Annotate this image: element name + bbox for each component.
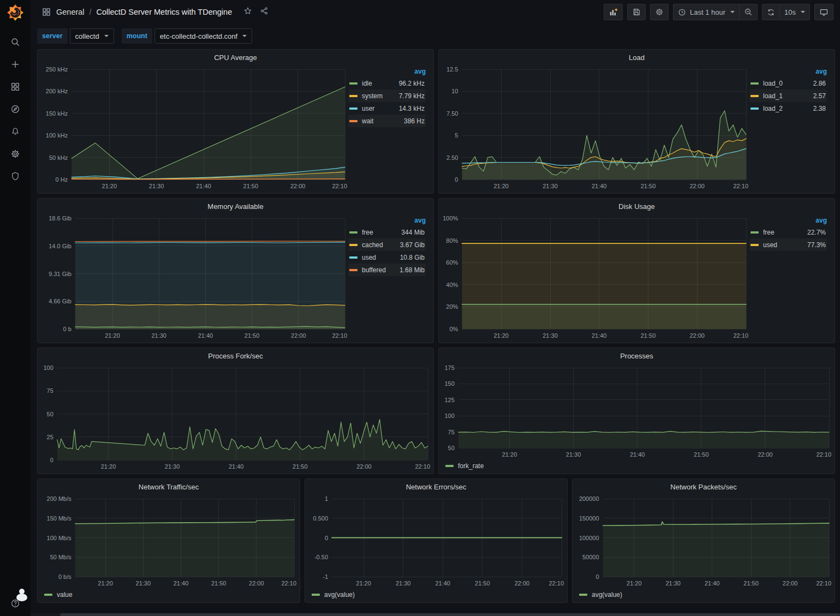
svg-text:21:50: 21:50 xyxy=(211,580,227,587)
grafana-logo[interactable] xyxy=(7,4,23,21)
panel-header[interactable]: Processes xyxy=(439,348,835,363)
svg-text:0 b/s: 0 b/s xyxy=(58,573,72,580)
cpu-average-chart[interactable]: 0 Hz50 kHz100 kHz150 kHz200 kHz250 kHz21… xyxy=(40,65,348,192)
legend-item-load_1[interactable]: load_1 2.57 xyxy=(749,89,827,102)
legend-item-load_0[interactable]: load_0 2.86 xyxy=(749,77,827,89)
processes-chart[interactable]: 507510012515017521:2021:3021:4021:5022:0… xyxy=(441,363,832,460)
refresh-interval-picker[interactable]: 10s xyxy=(780,4,810,20)
legend-series-name: free xyxy=(362,229,401,236)
network-traffic-sec-svg: 0 b/s50 Mb/s100 Mb/s150 Mb/s200 Mb/s21:2… xyxy=(40,494,297,589)
panel-header[interactable]: Network Traffic/sec xyxy=(38,479,300,494)
svg-text:50: 50 xyxy=(47,411,53,417)
explore-compass-icon[interactable] xyxy=(10,104,20,114)
panel-header[interactable]: Process Fork/sec xyxy=(38,348,433,363)
svg-text:21:20: 21:20 xyxy=(105,332,120,339)
svg-text:60%: 60% xyxy=(446,259,458,266)
disk-usage-svg: 0%20%40%60%80%100%21:2021:3021:4021:5022… xyxy=(441,214,749,342)
panel-title-text: Disk Usage xyxy=(618,202,654,211)
svg-text:20%: 20% xyxy=(446,303,458,310)
variable-server-value[interactable]: collectd xyxy=(70,28,114,44)
load-legend: avg load_0 2.86 load_1 2.57 load_2 2.38 xyxy=(749,65,832,192)
svg-text:21:50: 21:50 xyxy=(641,183,656,189)
variable-server-label: server xyxy=(37,28,68,44)
memory-available-chart[interactable]: 0 b4.66 Gib9.31 Gib14.0 Gib18.6 Gib21:20… xyxy=(40,214,348,342)
panel-title-text: Load xyxy=(629,53,645,62)
svg-text:100: 100 xyxy=(43,364,53,371)
legend-item-wait[interactable]: wait 386 Hz xyxy=(348,115,426,127)
svg-text:0: 0 xyxy=(325,535,328,541)
svg-text:22:10: 22:10 xyxy=(281,580,296,587)
add-panel-button[interactable] xyxy=(604,4,623,20)
load-chart[interactable]: 02.5057.501012.521:2021:3021:4021:5022:0… xyxy=(441,65,749,192)
svg-text:5: 5 xyxy=(455,132,458,139)
network-packets-legend: avg(value) xyxy=(575,589,832,601)
alerting-bell-icon[interactable] xyxy=(10,127,20,136)
memory-available-svg: 0 b4.66 Gib9.31 Gib14.0 Gib18.6 Gib21:20… xyxy=(40,214,348,342)
legend-series-name: idle xyxy=(362,80,399,87)
network-packets-chart[interactable]: 05000010000015000020000021:2021:3021:402… xyxy=(575,494,832,589)
legend-item-used[interactable]: used 10.8 Gib xyxy=(348,251,426,264)
network-traffic-legend: value xyxy=(40,589,297,601)
panel-header[interactable]: Network Errors/sec xyxy=(305,479,567,494)
scrollbar-thumb[interactable] xyxy=(60,613,840,616)
legend-series-name: buffered xyxy=(362,266,400,274)
variable-mount-value[interactable]: etc-collectd-collectd.conf xyxy=(154,28,252,44)
panel-title-text: Network Packets/sec xyxy=(670,483,736,491)
legend-stat-header[interactable]: avg xyxy=(348,66,426,77)
network-errors-legend: avg(value) xyxy=(307,589,565,601)
network-traffic-chart[interactable]: 0 b/s50 Mb/s100 Mb/s150 Mb/s200 Mb/s21:2… xyxy=(40,494,297,589)
share-icon[interactable] xyxy=(260,7,269,17)
dashboard-title[interactable]: CollectD Server Metrics with TDengine xyxy=(96,8,232,16)
network-errors-chart[interactable]: -1-0.5000.500121:2021:3021:4021:5022:002… xyxy=(307,494,565,589)
legend-series-name: load_0 xyxy=(763,80,813,87)
refresh-button[interactable] xyxy=(762,4,780,20)
legend-swatch xyxy=(312,594,320,596)
svg-text:50 kHz: 50 kHz xyxy=(49,154,68,161)
svg-text:21:50: 21:50 xyxy=(694,451,709,458)
star-icon[interactable] xyxy=(243,7,252,17)
search-icon[interactable] xyxy=(10,37,20,47)
svg-text:21:40: 21:40 xyxy=(435,580,450,587)
breadcrumb-folder[interactable]: General xyxy=(56,8,85,16)
svg-text:21:20: 21:20 xyxy=(98,580,113,587)
shield-icon[interactable] xyxy=(10,171,20,181)
panel-header[interactable]: Memory Available xyxy=(38,199,433,214)
svg-text:21:30: 21:30 xyxy=(136,580,151,587)
settings-gear-icon[interactable] xyxy=(10,149,20,159)
grafana-app: General / CollectD Server Metrics with T… xyxy=(0,0,840,616)
legend-item-avg(value)[interactable]: avg(value) xyxy=(579,591,622,599)
legend-stat-header[interactable]: avg xyxy=(348,215,426,226)
legend-item-system[interactable]: system 7.79 kHz xyxy=(348,89,426,102)
legend-item-free[interactable]: free 22.7% xyxy=(749,226,827,238)
horizontal-scrollbar[interactable] xyxy=(31,613,840,616)
panel-header[interactable]: CPU Average xyxy=(38,50,433,65)
legend-stat-header[interactable]: avg xyxy=(749,215,827,226)
legend-series-name: fork_rate xyxy=(458,462,484,470)
svg-text:21:50: 21:50 xyxy=(245,332,260,339)
legend-item-load_2[interactable]: load_2 2.38 xyxy=(749,102,827,115)
save-dashboard-button[interactable] xyxy=(627,4,646,20)
legend-item-user[interactable]: user 14.3 kHz xyxy=(348,102,426,115)
svg-text:21:40: 21:40 xyxy=(630,451,645,458)
legend-stat-header[interactable]: avg xyxy=(749,66,827,77)
memory-available-legend: avg free 344 Mib cached 3.67 Gib used 10… xyxy=(348,214,431,342)
panel-header[interactable]: Load xyxy=(439,50,835,65)
legend-item-value[interactable]: value xyxy=(44,591,73,599)
process-fork-chart[interactable]: 025507510021:2021:3021:4021:5022:0022:10 xyxy=(40,363,431,473)
legend-item-free[interactable]: free 344 Mib xyxy=(348,226,426,238)
plus-icon[interactable] xyxy=(10,59,20,69)
dashboard-settings-button[interactable] xyxy=(650,4,669,20)
legend-item-idle[interactable]: idle 96.2 kHz xyxy=(348,77,426,89)
panel-header[interactable]: Network Packets/sec xyxy=(573,479,835,494)
legend-item-cached[interactable]: cached 3.67 Gib xyxy=(348,238,426,251)
panel-header[interactable]: Disk Usage xyxy=(439,199,835,214)
dashboards-icon[interactable] xyxy=(10,82,20,92)
disk-usage-chart[interactable]: 0%20%40%60%80%100%21:2021:3021:4021:5022… xyxy=(441,214,749,342)
legend-item-avg(value)[interactable]: avg(value) xyxy=(312,591,355,599)
legend-item-fork_rate[interactable]: fork_rate xyxy=(445,462,484,470)
zoom-out-button[interactable] xyxy=(740,4,758,20)
cycle-view-monitor-button[interactable] xyxy=(814,4,833,20)
legend-item-buffered[interactable]: buffered 1.68 Mib xyxy=(348,264,426,276)
time-range-picker[interactable]: Last 1 hour xyxy=(673,4,740,20)
legend-item-used[interactable]: used 77.3% xyxy=(749,238,827,251)
